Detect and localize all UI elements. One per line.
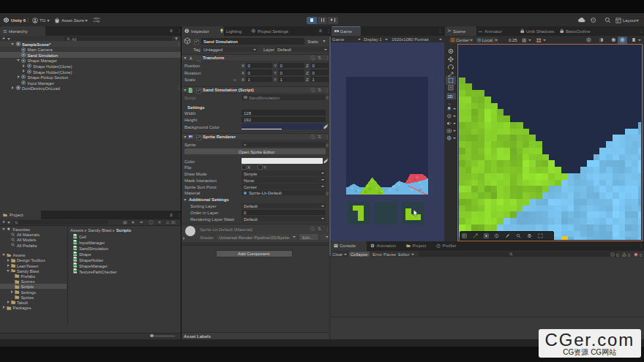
svg-text:#: # bbox=[75, 252, 76, 255]
svg-text:#: # bbox=[75, 264, 76, 267]
svg-text:#: # bbox=[75, 235, 76, 238]
svg-text:#: # bbox=[75, 246, 76, 249]
svg-text:#: # bbox=[75, 241, 76, 244]
svg-text:#: # bbox=[75, 258, 76, 261]
svg-text:#: # bbox=[75, 270, 76, 273]
